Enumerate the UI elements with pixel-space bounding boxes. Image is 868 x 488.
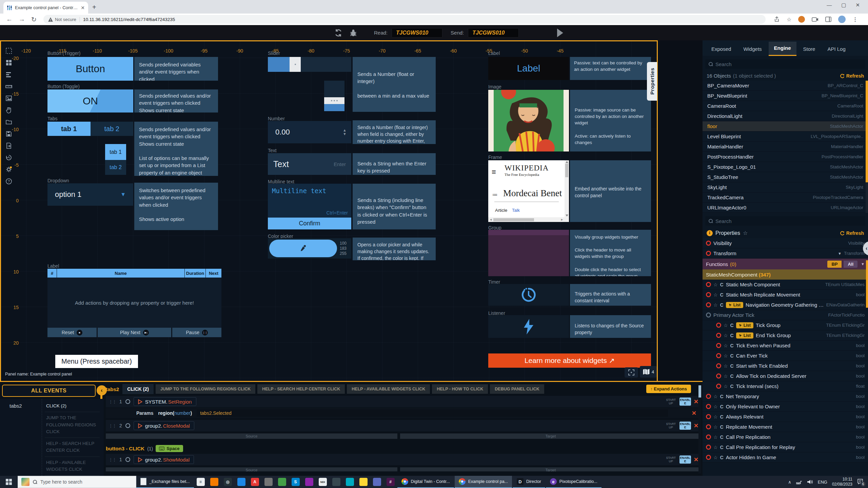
- list-badge[interactable]: List: [736, 332, 753, 339]
- action-call-button[interactable]: group2.CloseModal: [134, 421, 194, 430]
- binding-circle-icon[interactable]: [716, 323, 721, 328]
- start-button[interactable]: [0, 476, 18, 488]
- taskbar-window-button[interactable]: Digital Twin - Contr...: [397, 476, 454, 488]
- kebab-menu-icon[interactable]: ⋮: [852, 16, 858, 23]
- property-row[interactable]: ☆CAlways Relevantbool: [703, 412, 868, 422]
- favorite-star-icon[interactable]: ☆: [724, 333, 728, 338]
- browser-tab[interactable]: Example control panel - Control P ✕: [3, 2, 88, 14]
- taskbar-window-button[interactable]: Example control pa...: [455, 476, 512, 488]
- favorite-star-icon[interactable]: ☆: [743, 230, 748, 236]
- back-icon[interactable]: ←: [6, 16, 13, 23]
- taskbar-app-icon[interactable]: NDI: [316, 476, 330, 488]
- event-tab[interactable]: HELP - SEARCH HELP CENTER CLICK: [257, 384, 345, 394]
- scrollbar-thumb[interactable]: [698, 385, 701, 398]
- fit-view-button[interactable]: [625, 367, 638, 378]
- settings-gear-icon[interactable]: [5, 166, 12, 173]
- property-row[interactable]: Transform▼ Transform: [703, 248, 868, 259]
- maximize-icon[interactable]: ▢: [841, 2, 846, 8]
- bookmark-star-icon[interactable]: ☆: [787, 16, 791, 23]
- play-icon[interactable]: [556, 28, 564, 38]
- event-tab[interactable]: HELP - HOW TO CLICK: [432, 384, 488, 394]
- sidebar-icon[interactable]: [825, 17, 831, 22]
- expand-actions-button[interactable]: ↑ Expand Actions: [646, 385, 691, 393]
- close-window-icon[interactable]: ✕: [855, 2, 860, 8]
- column-header[interactable]: Name: [57, 269, 185, 278]
- panel-tab-exposed[interactable]: Exposed: [706, 43, 736, 56]
- object-row[interactable]: S_Pixotope_Logo_01StaticMeshActor: [703, 162, 868, 172]
- enable-toggle[interactable]: ENABLE: [679, 455, 691, 464]
- properties-drawer-tab[interactable]: Properties: [647, 62, 657, 101]
- properties-scrollbar-thumb[interactable]: [866, 260, 868, 308]
- tab-close-icon[interactable]: ✕: [81, 5, 85, 11]
- taskbar-app-icon[interactable]: [235, 476, 248, 488]
- bp-filter-button[interactable]: BP: [827, 261, 842, 268]
- binding-circle-icon[interactable]: [716, 373, 721, 379]
- taskbar-window-button[interactable]: _Exchange files bet...: [136, 476, 194, 488]
- object-row[interactable]: URLImageActor0URLImageActor: [703, 203, 868, 213]
- dropdown-widget[interactable]: option 1 ▼: [47, 183, 133, 206]
- taskbar-app-icon[interactable]: #: [384, 476, 397, 488]
- event-tab[interactable]: CLICK (2): [122, 384, 154, 394]
- binding-circle-icon[interactable]: [716, 333, 721, 338]
- action-status-icon[interactable]: [125, 399, 130, 404]
- event-tab[interactable]: DEBUG PANEL CLICK: [490, 384, 544, 394]
- window-controls[interactable]: — ▢ ✕: [827, 2, 860, 8]
- list-badge[interactable]: List: [736, 322, 753, 328]
- slider-handle[interactable]: [324, 97, 344, 104]
- debug-bug-icon[interactable]: [349, 28, 358, 37]
- engine-search-input[interactable]: Search: [705, 59, 865, 69]
- input-language[interactable]: ENG: [818, 480, 827, 485]
- favorite-star-icon[interactable]: ☆: [713, 455, 718, 460]
- property-row[interactable]: Primary Actor TickFActorTickFunctio: [703, 310, 868, 320]
- tray-expand-icon[interactable]: ∧: [788, 480, 791, 485]
- object-row[interactable]: DirectionalLightDirectionalLight: [703, 111, 868, 121]
- column-header[interactable]: #: [47, 269, 57, 278]
- enable-toggle[interactable]: ENABLE: [679, 422, 691, 430]
- pause-button[interactable]: Pause❘❘: [172, 328, 221, 337]
- all-events-button[interactable]: ALL EVENTS: [2, 385, 96, 397]
- action-status-icon[interactable]: [125, 423, 130, 428]
- property-row[interactable]: ☆CTick Interval (secs)float: [703, 381, 868, 391]
- property-row[interactable]: ☆CListEnd Tick GroupTEnum ETickingGr: [703, 330, 868, 341]
- button-trigger-widget[interactable]: Button: [47, 57, 133, 81]
- run-action-icon[interactable]: [138, 399, 142, 404]
- listener-widget[interactable]: [488, 315, 569, 338]
- favorite-star-icon[interactable]: ☆: [724, 353, 728, 359]
- favorite-star-icon[interactable]: ☆: [713, 424, 718, 430]
- favorite-star-icon[interactable]: ☆: [713, 445, 718, 450]
- binding-circle-icon[interactable]: [716, 363, 721, 368]
- number-spinner[interactable]: ▲▼: [343, 128, 347, 136]
- favorite-star-icon[interactable]: ☆: [713, 302, 718, 308]
- event-list-item[interactable]: CLICK (2): [45, 400, 100, 412]
- confirm-button[interactable]: Confirm: [268, 218, 351, 229]
- property-row[interactable]: ☆CStart with Tick Enabledbool: [703, 361, 868, 371]
- favorite-star-icon[interactable]: ☆: [713, 404, 718, 409]
- binding-circle-icon[interactable]: [706, 455, 711, 460]
- binding-circle-icon[interactable]: [716, 384, 721, 389]
- taskbar-app-icon[interactable]: [208, 476, 221, 488]
- select-tool-icon[interactable]: [5, 47, 12, 54]
- hamburger-icon[interactable]: ≡: [492, 168, 496, 177]
- object-row[interactable]: TrackedCameraPixotopeTrackedCamera: [703, 192, 868, 203]
- panel-canvas[interactable]: -120-115-110-105-100-95-90-85-80-75-70-6…: [0, 40, 658, 382]
- property-row[interactable]: ☆CCall Pre Replication for Replaybool: [703, 442, 868, 452]
- wiki-article-tab[interactable]: Article: [495, 208, 507, 213]
- favorite-star-icon[interactable]: ☆: [713, 434, 718, 440]
- measure-tool-icon[interactable]: [5, 83, 12, 90]
- table-empty-dropzone[interactable]: Add actions by dropping any property or …: [47, 278, 221, 328]
- minimap-button[interactable]: 4: [640, 366, 657, 378]
- properties-refresh-button[interactable]: Refresh: [840, 230, 864, 236]
- read-input[interactable]: TJCGWS010: [392, 28, 442, 38]
- run-action-icon[interactable]: [138, 457, 142, 462]
- chevron-down-icon[interactable]: ▼: [861, 262, 865, 266]
- event-widget-name[interactable]: tabs2: [9, 403, 22, 409]
- favorite-star-icon[interactable]: ☆: [724, 363, 728, 369]
- pan-tool-icon[interactable]: [5, 107, 12, 114]
- group-header[interactable]: [488, 230, 569, 235]
- taskbar-app-icon[interactable]: [343, 476, 357, 488]
- binding-circle-icon[interactable]: [706, 424, 711, 429]
- property-row[interactable]: ☆COnly Relevant to Ownerbool: [703, 402, 868, 412]
- source-bar[interactable]: Source: [106, 433, 397, 439]
- taskbar-app-icon[interactable]: [330, 476, 343, 488]
- action-status-icon[interactable]: [125, 457, 130, 462]
